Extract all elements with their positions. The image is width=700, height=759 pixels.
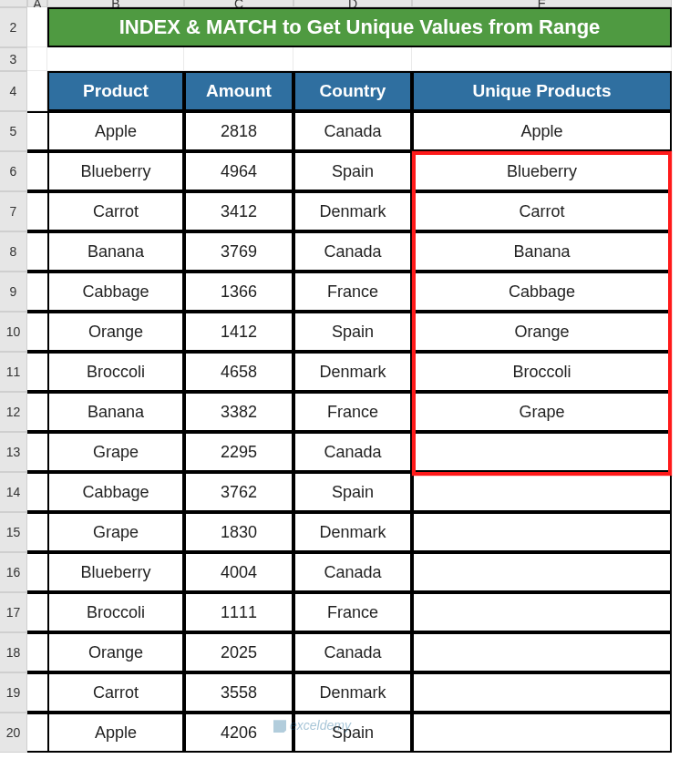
col-header-B[interactable]: B	[47, 0, 184, 7]
data-cell-amount[interactable]: 1366	[184, 272, 293, 312]
data-cell-product[interactable]: Blueberry	[47, 552, 184, 592]
data-cell-unique[interactable]	[412, 713, 672, 753]
data-cell-unique[interactable]: Orange	[412, 312, 672, 352]
data-cell-amount[interactable]: 3769	[184, 231, 293, 272]
data-cell-country[interactable]: Denmark	[293, 191, 412, 231]
cell[interactable]	[27, 552, 47, 592]
cell[interactable]	[27, 191, 47, 231]
col-header-C[interactable]: C	[184, 0, 293, 7]
data-cell-unique[interactable]	[412, 472, 672, 512]
header-product[interactable]: Product	[47, 71, 184, 111]
cell[interactable]	[27, 71, 47, 111]
data-cell-product[interactable]: Cabbage	[47, 272, 184, 312]
data-cell-amount[interactable]: 1111	[184, 592, 293, 632]
header-country[interactable]: Country	[293, 71, 412, 111]
data-cell-amount[interactable]: 3762	[184, 472, 293, 512]
data-cell-product[interactable]: Grape	[47, 512, 184, 552]
data-cell-unique[interactable]	[412, 592, 672, 632]
data-cell-product[interactable]: Grape	[47, 432, 184, 472]
cell[interactable]	[27, 713, 47, 753]
title-banner[interactable]: INDEX & MATCH to Get Unique Values from …	[47, 7, 672, 47]
data-cell-country[interactable]: Canada	[293, 432, 412, 472]
row-header[interactable]: 19	[0, 672, 27, 713]
cell[interactable]	[27, 7, 47, 47]
row-header[interactable]: 13	[0, 432, 27, 472]
data-cell-product[interactable]: Banana	[47, 392, 184, 432]
data-cell-amount[interactable]: 4206	[184, 713, 293, 753]
data-cell-country[interactable]: Canada	[293, 552, 412, 592]
data-cell-country[interactable]: Denmark	[293, 672, 412, 713]
cell[interactable]	[27, 151, 47, 191]
data-cell-product[interactable]: Blueberry	[47, 151, 184, 191]
row-header[interactable]: 14	[0, 472, 27, 512]
row-header[interactable]: 18	[0, 632, 27, 672]
select-all-corner[interactable]	[0, 0, 27, 7]
row-header[interactable]: 15	[0, 512, 27, 552]
data-cell-product[interactable]: Broccoli	[47, 592, 184, 632]
cell[interactable]	[27, 231, 47, 272]
col-header-A[interactable]: A	[27, 0, 47, 7]
data-cell-country[interactable]: France	[293, 392, 412, 432]
col-header-D[interactable]: D	[293, 0, 412, 7]
header-unique[interactable]: Unique Products	[412, 71, 672, 111]
row-header[interactable]: 2	[0, 7, 27, 47]
cell[interactable]	[27, 272, 47, 312]
data-cell-amount[interactable]: 1830	[184, 512, 293, 552]
row-header[interactable]: 16	[0, 552, 27, 592]
data-cell-unique[interactable]	[412, 632, 672, 672]
cell[interactable]	[27, 432, 47, 472]
col-header-E[interactable]: E	[412, 0, 672, 7]
data-cell-country[interactable]: Spain	[293, 151, 412, 191]
row-header[interactable]: 11	[0, 352, 27, 392]
data-cell-unique[interactable]: Banana	[412, 231, 672, 272]
row-header[interactable]: 8	[0, 231, 27, 272]
row-header[interactable]: 17	[0, 592, 27, 632]
data-cell-amount[interactable]: 4004	[184, 552, 293, 592]
data-cell-unique[interactable]	[412, 512, 672, 552]
data-cell-amount[interactable]: 2025	[184, 632, 293, 672]
row-header[interactable]: 12	[0, 392, 27, 432]
data-cell-country[interactable]: France	[293, 272, 412, 312]
data-cell-unique[interactable]: Broccoli	[412, 352, 672, 392]
data-cell-unique[interactable]: Blueberry	[412, 151, 672, 191]
cell[interactable]	[27, 392, 47, 432]
data-cell-amount[interactable]: 3412	[184, 191, 293, 231]
data-cell-product[interactable]: Orange	[47, 312, 184, 352]
data-cell-country[interactable]: Canada	[293, 632, 412, 672]
data-cell-country[interactable]: Canada	[293, 231, 412, 272]
data-cell-product[interactable]: Carrot	[47, 672, 184, 713]
data-cell-country[interactable]: Denmark	[293, 352, 412, 392]
row-header[interactable]: 5	[0, 111, 27, 151]
row-header[interactable]: 7	[0, 191, 27, 231]
data-cell-amount[interactable]: 2295	[184, 432, 293, 472]
row-header[interactable]: 20	[0, 713, 27, 753]
cell[interactable]	[27, 111, 47, 151]
row-header[interactable]: 6	[0, 151, 27, 191]
cell[interactable]	[27, 592, 47, 632]
data-cell-unique[interactable]: Cabbage	[412, 272, 672, 312]
data-cell-unique[interactable]	[412, 552, 672, 592]
data-cell-unique[interactable]: Carrot	[412, 191, 672, 231]
cell[interactable]	[27, 352, 47, 392]
data-cell-country[interactable]: Spain	[293, 713, 412, 753]
cell[interactable]	[27, 512, 47, 552]
cell[interactable]	[27, 672, 47, 713]
data-cell-country[interactable]: Denmark	[293, 512, 412, 552]
data-cell-country[interactable]: France	[293, 592, 412, 632]
data-cell-country[interactable]: Canada	[293, 111, 412, 151]
row-header[interactable]: 3	[0, 47, 27, 71]
row-header[interactable]: 10	[0, 312, 27, 352]
data-cell-amount[interactable]: 3558	[184, 672, 293, 713]
data-cell-unique[interactable]	[412, 432, 672, 472]
data-cell-amount[interactable]: 4964	[184, 151, 293, 191]
data-cell-product[interactable]: Apple	[47, 713, 184, 753]
cell[interactable]	[47, 47, 184, 71]
row-header[interactable]: 4	[0, 71, 27, 111]
cell[interactable]	[27, 47, 47, 71]
data-cell-amount[interactable]: 3382	[184, 392, 293, 432]
data-cell-amount[interactable]: 4658	[184, 352, 293, 392]
cell[interactable]	[412, 47, 672, 71]
data-cell-product[interactable]: Cabbage	[47, 472, 184, 512]
data-cell-unique[interactable]: Grape	[412, 392, 672, 432]
data-cell-amount[interactable]: 2818	[184, 111, 293, 151]
